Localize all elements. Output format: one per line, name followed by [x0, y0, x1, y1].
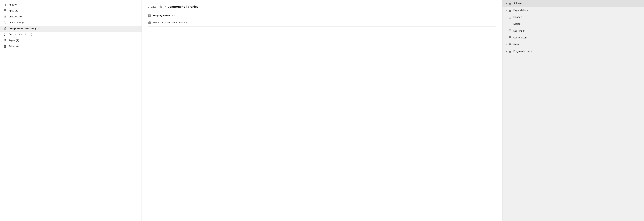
- right-panel-label-expandmenu: ExpandMenu: [513, 9, 528, 12]
- svg-rect-66: [510, 38, 511, 39]
- breadcrumb-parent[interactable]: Creator Kit: [148, 5, 162, 8]
- svg-rect-68: [510, 43, 511, 44]
- header-component-icon: [508, 16, 512, 19]
- svg-rect-43: [509, 2, 510, 3]
- svg-rect-5: [4, 5, 6, 6]
- svg-rect-54: [510, 17, 511, 18]
- chatbot-icon: [4, 15, 6, 18]
- table-row[interactable]: Power CAT Component Library: [148, 19, 496, 26]
- right-panel-label-spinner: Spinner: [513, 2, 522, 5]
- svg-rect-6: [4, 10, 5, 10]
- component-library-name: Power CAT Component Library: [153, 21, 187, 24]
- right-panel-label-header: Header: [513, 16, 522, 18]
- component-library-table: Display name ↑ ∨: [148, 12, 496, 26]
- component-library-icon: [4, 27, 6, 30]
- sidebar-item-component-libraries[interactable]: Component libraries (1): [0, 26, 142, 32]
- sidebar-label-chatbots: Chatbots (0): [9, 15, 22, 18]
- spinner-component-icon: [508, 2, 512, 5]
- svg-rect-0: [4, 4, 4, 4]
- svg-rect-61: [509, 31, 510, 32]
- svg-rect-59: [509, 30, 510, 31]
- custom-controls-icon: Abc Abc: [4, 33, 6, 36]
- svg-rect-2: [4, 4, 4, 5]
- svg-rect-74: [510, 52, 511, 52]
- svg-rect-46: [510, 4, 511, 4]
- progressindicator-component-icon: [508, 50, 512, 53]
- tables-icon: [4, 45, 6, 48]
- right-panel-label-customicon: CustomIcon: [513, 36, 526, 39]
- svg-rect-8: [4, 11, 5, 12]
- sort-up-arrow[interactable]: ↑: [172, 14, 174, 17]
- right-panel-item-header[interactable]: > Header: [502, 14, 644, 20]
- right-panel-item-searchbox[interactable]: > SearchBox: [502, 28, 644, 34]
- sort-down-arrow[interactable]: ∨: [174, 14, 175, 17]
- sidebar-item-apps[interactable]: Apps (3): [0, 8, 142, 14]
- breadcrumb: Creator Kit > Component libraries: [148, 5, 496, 8]
- svg-rect-16: [4, 28, 5, 30]
- svg-point-11: [4, 16, 5, 16]
- right-panel-item-spinner[interactable]: > Spinner: [502, 0, 644, 7]
- cloud-flow-icon: [4, 21, 6, 24]
- svg-rect-58: [510, 24, 511, 25]
- right-panel-label-progressindicator: ProgressIndicator: [513, 50, 533, 53]
- chevron-right-icon: >: [506, 44, 507, 46]
- svg-rect-37: [148, 22, 148, 24]
- expandmenu-component-icon: [508, 9, 512, 12]
- right-panel-item-dialog[interactable]: > Dialog: [502, 20, 644, 28]
- svg-rect-35: [148, 16, 150, 16]
- sidebar-item-tables[interactable]: Tables (0): [0, 44, 142, 50]
- breadcrumb-separator: >: [164, 5, 166, 8]
- svg-rect-71: [509, 50, 510, 51]
- svg-rect-73: [509, 52, 510, 52]
- sidebar-label-custom-controls: Custom controls (14): [9, 33, 32, 36]
- right-panel-item-panel[interactable]: > Panel: [502, 41, 644, 48]
- searchbox-component-icon: [508, 29, 512, 32]
- svg-rect-50: [510, 10, 511, 12]
- sidebar-label-component-libraries: Component libraries (1): [9, 27, 38, 30]
- sidebar-label-apps: Apps (3): [9, 10, 18, 12]
- svg-rect-34: [148, 15, 150, 16]
- right-panel-item-expandmenu[interactable]: > ExpandMenu: [502, 7, 644, 14]
- column-label: Display name: [153, 14, 170, 17]
- right-panel-item-customicon[interactable]: > CustomIcon: [502, 34, 644, 41]
- svg-rect-52: [510, 16, 511, 17]
- sidebar-item-custom-controls[interactable]: Abc Abc Custom controls (14): [0, 32, 142, 38]
- table-header-icon: [148, 14, 151, 17]
- sidebar-item-cloud-flows[interactable]: Cloud flows (0): [0, 20, 142, 26]
- table-header-row: Display name ↑ ∨: [148, 12, 496, 19]
- svg-rect-51: [509, 16, 510, 17]
- sidebar-label-all: All (19): [9, 4, 17, 6]
- svg-rect-63: [509, 36, 510, 38]
- chevron-right-icon: >: [506, 50, 507, 52]
- right-panel-item-progressindicator[interactable]: > ProgressIndicator: [502, 48, 644, 55]
- svg-rect-45: [509, 4, 510, 4]
- sidebar-item-all[interactable]: All (19): [0, 2, 142, 8]
- main-content: Creator Kit > Component libraries Displa…: [142, 0, 502, 221]
- svg-rect-38: [149, 22, 149, 24]
- svg-rect-62: [510, 31, 511, 32]
- chevron-right-icon: >: [506, 10, 507, 11]
- svg-rect-55: [509, 23, 510, 24]
- svg-text:Abc: Abc: [4, 34, 5, 34]
- component-library-row-icon: [148, 21, 151, 24]
- dialog-component-icon: [508, 22, 512, 26]
- svg-rect-33: [148, 14, 150, 15]
- apps-icon: [4, 9, 6, 12]
- svg-rect-53: [509, 17, 510, 18]
- svg-text:Abc: Abc: [4, 35, 5, 36]
- sidebar-item-chatbots[interactable]: Chatbots (0): [0, 14, 142, 20]
- right-panel-label-searchbox: SearchBox: [513, 30, 525, 32]
- svg-rect-70: [510, 45, 511, 46]
- chevron-right-icon: >: [506, 37, 507, 39]
- svg-rect-28: [4, 46, 6, 48]
- right-panel-label-dialog: Dialog: [513, 23, 520, 25]
- svg-rect-67: [509, 43, 510, 44]
- sidebar-item-pages[interactable]: Pages (1): [0, 38, 142, 44]
- table-column-display-name[interactable]: Display name ↑ ∨: [153, 14, 175, 17]
- svg-rect-4: [4, 5, 4, 6]
- chevron-right-icon: >: [506, 2, 507, 4]
- sort-arrows[interactable]: ↑ ∨: [171, 14, 176, 17]
- breadcrumb-current: Component libraries: [168, 5, 198, 8]
- sidebar-label-pages: Pages (1): [9, 39, 19, 42]
- svg-rect-64: [510, 36, 511, 38]
